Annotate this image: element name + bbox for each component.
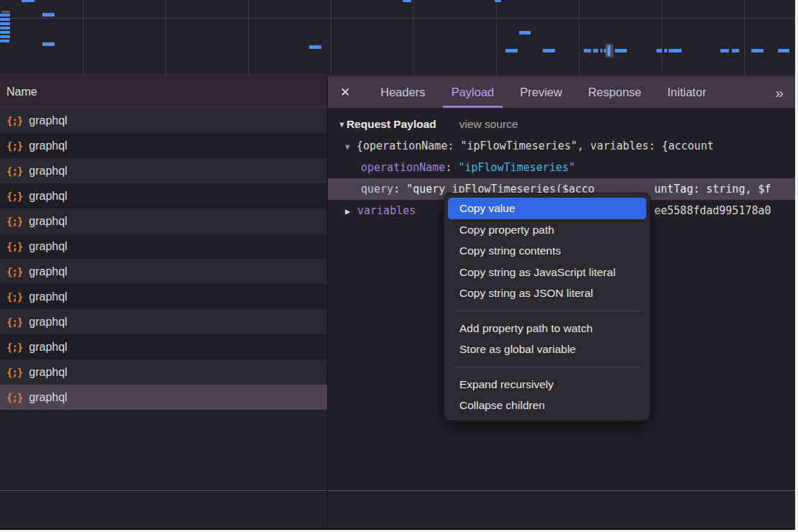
request-name: graphql <box>29 290 67 303</box>
request-name: graphql <box>29 341 67 354</box>
request-name: graphql <box>29 190 67 203</box>
overview-request-bar <box>495 0 501 2</box>
request-row[interactable]: {;}graphql <box>0 385 327 410</box>
menu-item-copy-value[interactable]: Copy value <box>448 198 646 219</box>
request-name: graphql <box>29 165 67 178</box>
menu-item-expand-recursively[interactable]: Expand recursively <box>448 374 646 395</box>
overview-request-bar <box>664 49 667 52</box>
json-file-icon: {;} <box>6 367 22 378</box>
overview-request-bar <box>720 49 729 52</box>
request-payload-title: Request Payload <box>347 118 436 131</box>
payload-root-row[interactable]: ▼{operationName: "ipFlowTimeseries", var… <box>328 135 795 157</box>
tab-preview[interactable]: Preview <box>511 76 571 108</box>
tab-response[interactable]: Response <box>579 76 650 108</box>
query-value-fragment: untTag: string, $f <box>654 178 771 200</box>
overview-gridline <box>83 0 83 75</box>
menu-item-collapse-children[interactable]: Collapse children <box>448 395 646 416</box>
request-name: graphql <box>29 215 67 228</box>
network-summary-bar <box>0 490 795 528</box>
request-list-panel: Name {;}graphql{;}graphql{;}graphql{;}gr… <box>0 76 327 490</box>
root-disclosure-triangle-icon[interactable]: ▼ <box>345 137 357 157</box>
request-name: graphql <box>29 366 67 379</box>
request-row[interactable]: {;}graphql <box>0 183 327 208</box>
json-file-icon: {;} <box>6 291 22 303</box>
column-header-name[interactable]: Name <box>0 76 327 108</box>
json-file-icon: {;} <box>6 316 22 328</box>
more-tabs-icon[interactable]: » <box>775 85 784 100</box>
request-name: graphql <box>29 391 67 404</box>
tab-initiator[interactable]: Initiator <box>659 76 715 108</box>
json-file-icon: {;} <box>6 191 22 202</box>
overview-gridline <box>413 0 414 75</box>
menu-item-copy-property-path[interactable]: Copy property path <box>448 219 646 241</box>
property-key: operationName <box>361 161 445 174</box>
json-file-icon: {;} <box>6 392 22 403</box>
request-name: graphql <box>29 114 67 127</box>
devtools-window: Name {;}graphql{;}graphql{;}graphql{;}gr… <box>0 0 795 530</box>
overview-request-bar <box>0 27 10 29</box>
request-name: graphql <box>29 316 67 329</box>
panel-divider[interactable] <box>327 76 328 528</box>
request-row[interactable]: {;}graphql <box>0 284 327 309</box>
menu-item-add-property-path-to-watch[interactable]: Add property path to watch <box>448 318 646 339</box>
section-disclosure-triangle-icon[interactable]: ▼ <box>338 120 346 129</box>
overview-selection-marker <box>607 45 610 56</box>
request-row[interactable]: {;}graphql <box>0 334 327 359</box>
overview-gridline <box>165 0 166 75</box>
request-row[interactable]: {;}graphql <box>0 234 327 259</box>
overview-request-bar <box>615 49 627 52</box>
property-value: "ipFlowTimeseries" <box>458 161 575 174</box>
variables-disclosure-triangle-icon[interactable]: ▶ <box>345 201 357 221</box>
request-row[interactable]: {;}graphql <box>0 259 327 284</box>
json-file-icon: {;} <box>6 266 22 278</box>
request-name: graphql <box>29 139 67 152</box>
overview-request-bar <box>669 49 682 52</box>
payload-row-operation-name[interactable]: operationName: "ipFlowTimeseries" <box>328 157 795 178</box>
request-row[interactable]: {;}graphql <box>0 208 327 234</box>
json-file-icon: {;} <box>6 216 22 227</box>
view-source-link[interactable]: view source <box>459 118 518 131</box>
variables-value-fragment: ee5588fdad995178a0 <box>654 200 771 221</box>
menu-item-copy-string-as-javascript-literal[interactable]: Copy string as JavaScript literal <box>448 262 646 283</box>
overview-request-bar <box>656 49 662 52</box>
overview-request-bar <box>593 49 598 52</box>
overview-request-bar <box>584 49 591 52</box>
overview-request-bar <box>1 11 10 13</box>
overview-request-bar <box>42 42 55 46</box>
menu-item-copy-string-as-json-literal[interactable]: Copy string as JSON literal <box>448 283 646 304</box>
overview-request-bar <box>732 49 739 52</box>
overview-request-bar <box>0 31 10 34</box>
overview-request-bar <box>309 45 321 49</box>
overview-gridline <box>248 0 249 75</box>
overview-request-bar <box>403 0 411 2</box>
request-row[interactable]: {;}graphql <box>0 108 327 133</box>
close-icon[interactable]: ✕ <box>328 85 360 100</box>
tab-headers[interactable]: Headers <box>372 76 434 108</box>
request-row[interactable]: {;}graphql <box>0 359 327 385</box>
overview-request-bar <box>505 49 518 52</box>
menu-item-copy-string-contents[interactable]: Copy string contents <box>448 240 646 262</box>
overview-request-bar <box>0 22 10 25</box>
menu-item-store-as-global-variable[interactable]: Store as global variable <box>448 339 646 360</box>
network-overview-timeline[interactable] <box>0 0 795 75</box>
request-row[interactable]: {;}graphql <box>0 133 327 158</box>
json-file-icon: {;} <box>6 241 22 252</box>
overview-request-bar <box>42 13 55 17</box>
request-row[interactable]: {;}graphql <box>0 309 327 334</box>
context-menu: Copy valueCopy property pathCopy string … <box>444 193 651 421</box>
request-name: graphql <box>29 240 67 253</box>
overview-request-bar <box>0 14 10 17</box>
json-file-icon: {;} <box>6 115 22 127</box>
request-row[interactable]: {;}graphql <box>0 158 327 183</box>
overview-gridline <box>579 0 579 75</box>
overview-request-bar <box>519 31 531 35</box>
overview-request-bar <box>0 40 9 42</box>
overview-gridline <box>331 0 331 75</box>
page-background-edge <box>795 0 798 532</box>
tab-payload[interactable]: Payload <box>443 76 503 108</box>
overview-request-bar <box>22 0 35 2</box>
menu-separator <box>454 311 640 311</box>
overview-request-bar <box>0 35 10 38</box>
overview-request-bar <box>751 49 763 52</box>
column-header-name-label: Name <box>6 86 37 98</box>
